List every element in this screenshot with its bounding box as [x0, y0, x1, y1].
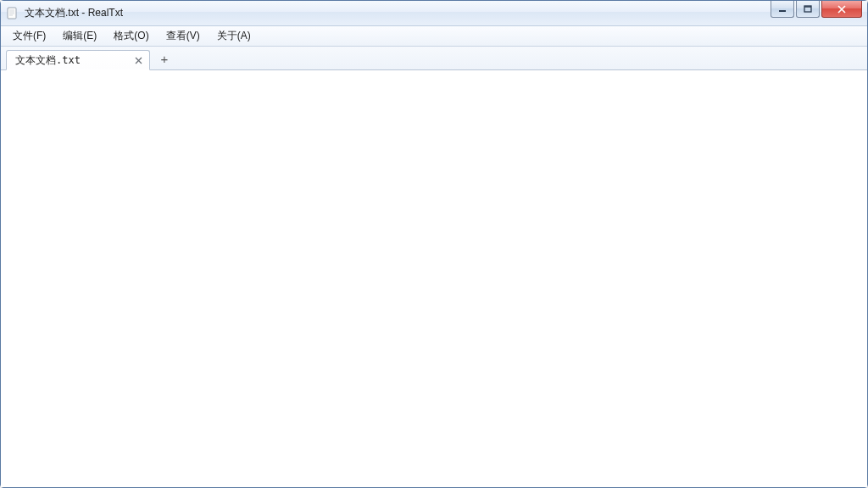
menu-view[interactable]: 查看(V): [158, 26, 209, 46]
minimize-icon: [778, 6, 787, 13]
svg-rect-0: [8, 8, 16, 19]
close-button[interactable]: [821, 1, 862, 18]
menu-format[interactable]: 格式(O): [105, 26, 157, 46]
window-title: 文本文档.txt - RealTxt: [25, 6, 123, 20]
tab[interactable]: 文本文档.txt: [6, 50, 150, 70]
svg-rect-5: [779, 10, 786, 12]
titlebar[interactable]: 文本文档.txt - RealTxt: [1, 1, 867, 26]
menu-file[interactable]: 文件(F): [4, 26, 54, 46]
editor-textarea[interactable]: [1, 70, 867, 487]
plus-icon: +: [161, 52, 169, 66]
close-icon: [135, 57, 142, 64]
maximize-button[interactable]: [796, 1, 820, 18]
minimize-button[interactable]: [771, 1, 794, 18]
maximize-icon: [804, 5, 812, 14]
menu-edit[interactable]: 编辑(E): [54, 26, 105, 46]
menu-about[interactable]: 关于(A): [209, 26, 259, 46]
new-tab-button[interactable]: +: [155, 49, 174, 68]
menubar: 文件(F) 编辑(E) 格式(O) 查看(V) 关于(A): [1, 26, 867, 47]
editor-area: [1, 70, 867, 487]
tab-close-button[interactable]: [132, 54, 144, 66]
close-icon: [837, 5, 847, 14]
app-window: 文本文档.txt - RealTxt 文件(F): [0, 0, 868, 488]
tabstrip: 文本文档.txt +: [1, 47, 867, 70]
window-controls: [769, 1, 867, 18]
app-icon: [6, 7, 19, 20]
tab-label: 文本文档.txt: [15, 53, 132, 68]
